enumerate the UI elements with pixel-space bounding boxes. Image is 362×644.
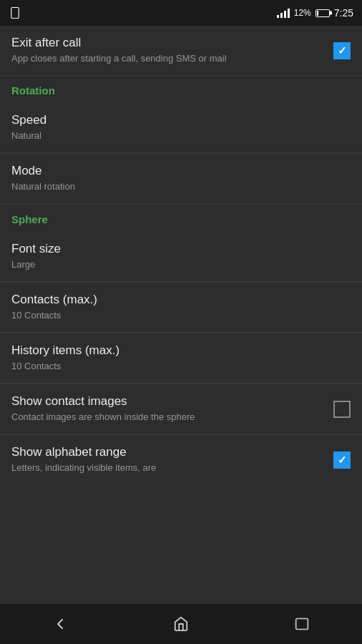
sphere-section-header: Sphere <box>0 205 362 232</box>
setting-speed[interactable]: Speed Natural <box>0 103 362 153</box>
home-button[interactable] <box>160 610 202 638</box>
back-button[interactable] <box>39 610 82 638</box>
setting-contacts-max-text: Contacts (max.) 10 Contacts <box>11 293 342 322</box>
setting-exit-after-call-text: Exit after call App closes after startin… <box>11 36 325 65</box>
status-bar-left <box>9 6 277 19</box>
setting-exit-after-call-subtitle: App closes after starting a call, sendin… <box>11 52 325 65</box>
setting-mode-text: Mode Natural rotation <box>11 164 342 193</box>
setting-show-contact-images-title: Show contact images <box>11 394 325 409</box>
phone-icon <box>9 6 21 19</box>
signal-icon <box>277 8 290 18</box>
nav-bar <box>0 604 362 644</box>
setting-show-alphabet-range[interactable]: Show alphabet range Letters, indicating … <box>0 435 362 484</box>
setting-font-size-title: Font size <box>11 242 342 256</box>
svg-rect-0 <box>11 8 19 19</box>
setting-history-items-text: History items (max.) 10 Contacts <box>11 343 342 373</box>
setting-history-items-title: History items (max.) <box>11 343 342 358</box>
setting-mode[interactable]: Mode Natural rotation <box>0 154 362 204</box>
setting-speed-title: Speed <box>11 113 342 127</box>
setting-exit-after-call[interactable]: Exit after call App closes after startin… <box>0 26 362 76</box>
recents-icon <box>295 617 309 631</box>
setting-mode-subtitle: Natural rotation <box>11 180 342 193</box>
setting-show-contact-images-subtitle: Contact images are shown inside the sphe… <box>11 411 325 424</box>
setting-history-items[interactable]: History items (max.) 10 Contacts <box>0 333 362 384</box>
rotation-section-header: Rotation <box>0 76 362 103</box>
setting-speed-text: Speed Natural <box>11 113 342 142</box>
exit-after-call-checkbox[interactable] <box>333 42 351 59</box>
setting-show-contact-images-text: Show contact images Contact images are s… <box>11 394 325 424</box>
setting-show-contact-images[interactable]: Show contact images Contact images are s… <box>0 384 362 434</box>
setting-show-alphabet-range-title: Show alphabet range <box>11 445 325 459</box>
status-bar: 12% 7:25 <box>0 0 362 26</box>
setting-show-alphabet-range-subtitle: Letters, indicating visible items, are <box>11 462 325 474</box>
show-alphabet-range-checkbox[interactable] <box>333 452 351 469</box>
battery-percent: 12% <box>294 8 311 18</box>
setting-font-size-text: Font size Large <box>11 242 342 271</box>
clock: 7:25 <box>334 7 353 19</box>
setting-mode-title: Mode <box>11 164 342 178</box>
setting-show-alphabet-range-text: Show alphabet range Letters, indicating … <box>11 445 325 474</box>
svg-rect-1 <box>295 619 308 630</box>
battery-icon <box>315 9 330 17</box>
sphere-section-label: Sphere <box>11 213 48 225</box>
show-contact-images-checkbox[interactable] <box>333 401 351 418</box>
recents-button[interactable] <box>280 610 323 638</box>
setting-font-size[interactable]: Font size Large <box>0 232 362 282</box>
home-icon <box>173 616 189 632</box>
back-icon <box>52 615 69 633</box>
setting-contacts-max-subtitle: 10 Contacts <box>11 309 342 322</box>
setting-speed-subtitle: Natural <box>11 130 342 142</box>
status-bar-right: 12% 7:25 <box>277 7 353 19</box>
setting-history-items-subtitle: 10 Contacts <box>11 360 342 373</box>
setting-exit-after-call-title: Exit after call <box>11 36 325 50</box>
settings-content: Exit after call App closes after startin… <box>0 26 362 604</box>
setting-font-size-subtitle: Large <box>11 258 342 271</box>
setting-contacts-max[interactable]: Contacts (max.) 10 Contacts <box>0 283 362 333</box>
rotation-section-label: Rotation <box>11 84 55 97</box>
setting-contacts-max-title: Contacts (max.) <box>11 293 342 307</box>
